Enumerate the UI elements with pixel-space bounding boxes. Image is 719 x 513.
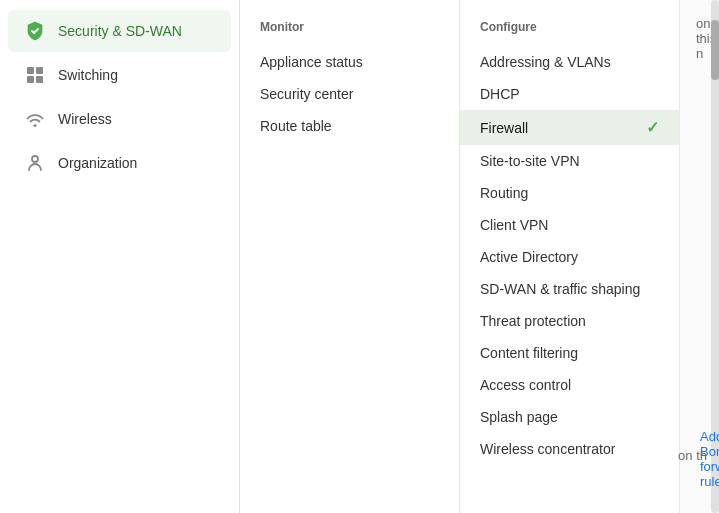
menu-item-splash-page[interactable]: Splash page: [460, 401, 679, 433]
configure-column: Configure Addressing & VLANs DHCP Firewa…: [460, 0, 680, 513]
dropdown-menu: Monitor Appliance status Security center…: [240, 0, 719, 513]
sidebar-item-wireless-label: Wireless: [58, 111, 112, 127]
menu-item-client-vpn[interactable]: Client VPN: [460, 209, 679, 241]
menu-item-threat-protection[interactable]: Threat protection: [460, 305, 679, 337]
main-content: Monitor Appliance status Security center…: [240, 0, 719, 513]
menu-item-appliance-status[interactable]: Appliance status: [240, 46, 459, 78]
sidebar-item-switching-label: Switching: [58, 67, 118, 83]
svg-rect-3: [36, 76, 43, 83]
wifi-icon: [24, 108, 46, 130]
menu-item-firewall[interactable]: Firewall ✓: [460, 110, 679, 145]
menu-item-sdwan-traffic[interactable]: SD-WAN & traffic shaping: [460, 273, 679, 305]
menu-item-firewall-label: Firewall: [480, 120, 528, 136]
menu-item-dhcp[interactable]: DHCP: [460, 78, 679, 110]
add-bonjour-link[interactable]: Add a Bonjour forwarding rule: [700, 429, 719, 489]
menu-item-security-center[interactable]: Security center: [240, 78, 459, 110]
sidebar-item-organization[interactable]: Organization: [8, 142, 231, 184]
svg-point-4: [32, 156, 38, 162]
sidebar: Security & SD-WAN Switching Wireless: [0, 0, 240, 513]
menu-item-routing[interactable]: Routing: [460, 177, 679, 209]
checkmark-icon: ✓: [646, 118, 659, 137]
menu-item-addressing-vlans[interactable]: Addressing & VLANs: [460, 46, 679, 78]
menu-item-active-directory[interactable]: Active Directory: [460, 241, 679, 273]
sidebar-item-switching[interactable]: Switching: [8, 54, 231, 96]
menu-item-content-filtering[interactable]: Content filtering: [460, 337, 679, 369]
svg-rect-1: [36, 67, 43, 74]
svg-rect-2: [27, 76, 34, 83]
scrollbar-thumb[interactable]: [711, 20, 719, 80]
sidebar-item-security-sdwan[interactable]: Security & SD-WAN: [8, 10, 231, 52]
sidebar-item-security-sdwan-label: Security & SD-WAN: [58, 23, 182, 39]
monitor-header: Monitor: [240, 16, 459, 46]
sidebar-item-organization-label: Organization: [58, 155, 137, 171]
monitor-column: Monitor Appliance status Security center…: [240, 0, 460, 513]
menu-item-wireless-concentrator[interactable]: Wireless concentrator: [460, 433, 679, 465]
configure-header: Configure: [460, 16, 679, 46]
menu-item-route-table[interactable]: Route table: [240, 110, 459, 142]
org-icon: [24, 152, 46, 174]
menu-item-site-to-site-vpn[interactable]: Site-to-site VPN: [460, 145, 679, 177]
switch-icon: [24, 64, 46, 86]
sidebar-item-wireless[interactable]: Wireless: [8, 98, 231, 140]
shield-icon: [24, 20, 46, 42]
svg-rect-0: [27, 67, 34, 74]
menu-item-access-control[interactable]: Access control: [460, 369, 679, 401]
